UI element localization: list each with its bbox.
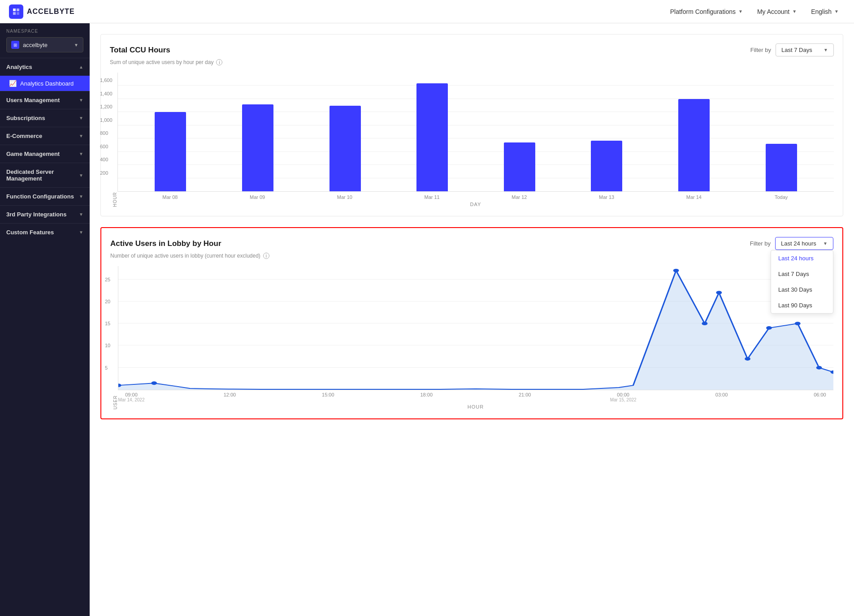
ccu-filter-group: Filter by Last 7 Days ▼ [750, 43, 834, 56]
dropdown-option[interactable]: Last 30 Days [771, 282, 833, 297]
svg-rect-1 [17, 9, 19, 11]
topnav-right: Platform Configurations ▼ My Account ▼ E… [664, 5, 845, 18]
x-tick-group: 00:00Mar 15, 2022 [610, 392, 637, 402]
y-axis-tick-label: 1,000 [100, 117, 113, 123]
lobby-y-axis-label: USER [110, 266, 118, 409]
sidebar-item-analytics-dashboard[interactable]: 📈 Analytics Dashboard [0, 76, 90, 91]
lobby-chart-section: Active Users in Lobby by Hour Filter by … [100, 227, 843, 419]
dropdown-option[interactable]: Last 90 Days [771, 297, 833, 313]
y-axis-tick-label: 1,200 [100, 104, 113, 109]
x-tick-label: 00:00 [617, 392, 629, 397]
x-axis-label: Mar 09 [242, 194, 273, 200]
bar [242, 104, 273, 191]
trend-icon: 📈 [9, 80, 17, 87]
data-point [766, 326, 772, 330]
chevron-down-icon: ▼ [79, 173, 83, 178]
chevron-down-icon: ▼ [74, 43, 78, 47]
sidebar-section-header-users[interactable]: Users Management ▼ [0, 91, 90, 109]
lobby-filter-dropdown: Last 24 hoursLast 7 DaysLast 30 DaysLast… [771, 250, 833, 314]
x-axis-label: Mar 12 [503, 194, 535, 200]
platform-config-button[interactable]: Platform Configurations ▼ [664, 5, 749, 18]
sidebar-section-header-analytics[interactable]: Analytics ▲ [0, 58, 90, 76]
ccu-chart-subtitle: Sum of unique active users by hour per d… [110, 59, 834, 65]
data-point [795, 322, 801, 325]
ccu-filter-label: Filter by [750, 47, 771, 53]
ccu-chart-section: Total CCU Hours Filter by Last 7 Days ▼ … [100, 34, 843, 216]
y-axis-tick-label: 400 [100, 157, 108, 162]
chevron-up-icon: ▲ [79, 65, 83, 69]
svg-rect-0 [13, 9, 16, 11]
x-tick-group: 12:00 [216, 392, 243, 402]
data-point [716, 291, 722, 294]
x-tick-sublabel: Mar 14, 2022 [118, 397, 145, 402]
y-axis-tick-label: 800 [100, 130, 108, 136]
main-layout: NAMESPACE ⊞ accelbyte ▼ Analytics ▲ 📈 An… [0, 23, 854, 616]
ccu-x-axis: Mar 08Mar 09Mar 10Mar 11Mar 12Mar 13Mar … [117, 192, 834, 200]
lobby-chart-subtitle: Number of unique active users in lobby (… [110, 253, 833, 259]
dropdown-option[interactable]: Last 7 Days [771, 266, 833, 282]
x-axis-label: Mar 11 [416, 194, 448, 200]
namespace-selector[interactable]: ⊞ accelbyte ▼ [6, 37, 83, 52]
ccu-chart-area: 2004006008001,0001,2001,4001,600 Mar 08M… [117, 73, 834, 207]
x-tick-sublabel: Mar 15, 2022 [610, 397, 637, 402]
x-tick-group: 18:00 [413, 392, 440, 402]
x-tick-label: 18:00 [420, 392, 433, 397]
svg-rect-2 [13, 12, 16, 15]
namespace-value: accelbyte [23, 42, 70, 48]
bar [155, 112, 186, 191]
info-icon[interactable]: i [263, 253, 269, 259]
y-tick-label: 20 [105, 299, 110, 304]
ccu-filter-select[interactable]: Last 7 Days ▼ [776, 43, 834, 56]
x-axis-label: Mar 13 [591, 194, 622, 200]
x-axis-label: Mar 08 [154, 194, 186, 200]
x-tick-label: 06:00 [814, 392, 826, 397]
sidebar: NAMESPACE ⊞ accelbyte ▼ Analytics ▲ 📈 An… [0, 23, 90, 616]
ccu-chart-header: Total CCU Hours Filter by Last 7 Days ▼ [110, 43, 834, 56]
y-tick-label: 25 [105, 277, 110, 282]
ccu-chart-title: Total CCU Hours [110, 46, 170, 55]
sidebar-section-header-function-config[interactable]: Function Configurations ▼ [0, 188, 90, 205]
data-point [151, 381, 157, 385]
y-tick-label: 15 [105, 321, 110, 326]
sidebar-section-ecommerce: E-Commerce ▼ [0, 127, 90, 145]
area-fill [118, 271, 833, 390]
sidebar-section-header-dedicated-server[interactable]: Dedicated Server Management ▼ [0, 163, 90, 187]
dropdown-option[interactable]: Last 24 hours [771, 250, 833, 266]
sidebar-section-users: Users Management ▼ [0, 91, 90, 109]
chevron-down-icon: ▼ [792, 9, 797, 14]
lobby-chart-title: Active Users in Lobby by Hour [110, 239, 221, 248]
bars-wrapper [118, 73, 834, 191]
lobby-filter-label: Filter by [750, 240, 771, 247]
chevron-down-icon: ▼ [834, 9, 839, 14]
sidebar-section-header-game[interactable]: Game Management ▼ [0, 145, 90, 163]
bar [329, 106, 361, 191]
x-axis-label: Today [766, 194, 797, 200]
language-button[interactable]: English ▼ [805, 5, 845, 18]
chevron-down-icon: ▼ [79, 98, 83, 103]
logo-icon [9, 4, 23, 19]
info-icon[interactable]: i [216, 59, 222, 65]
chevron-down-icon: ▼ [79, 230, 83, 235]
ccu-x-axis-title: DAY [117, 202, 834, 207]
data-point [816, 366, 822, 370]
x-tick-group: 09:00Mar 14, 2022 [118, 392, 145, 402]
x-axis-label: Mar 14 [678, 194, 710, 200]
x-tick-label: 09:00 [125, 392, 138, 397]
x-tick-group: 15:00 [315, 392, 342, 402]
x-tick-label: 03:00 [715, 392, 728, 397]
x-tick-label: 21:00 [519, 392, 531, 397]
bar [416, 83, 448, 191]
y-tick-label: 10 [105, 343, 110, 348]
account-button[interactable]: My Account ▼ [751, 5, 803, 18]
chevron-down-icon: ▼ [79, 194, 83, 199]
sidebar-section-subscriptions: Subscriptions ▼ [0, 109, 90, 127]
lobby-filter-select[interactable]: Last 24 hours ▼ [775, 237, 833, 250]
chevron-down-icon: ▼ [824, 47, 828, 52]
sidebar-section-header-ecommerce[interactable]: E-Commerce ▼ [0, 127, 90, 145]
sidebar-section-header-subscriptions[interactable]: Subscriptions ▼ [0, 109, 90, 127]
sidebar-section-header-3rd-party[interactable]: 3rd Party Integrations ▼ [0, 206, 90, 223]
sidebar-section-custom-features: Custom Features ▼ [0, 223, 90, 241]
sidebar-section-header-custom-features[interactable]: Custom Features ▼ [0, 224, 90, 241]
sidebar-section-analytics: Analytics ▲ 📈 Analytics Dashboard [0, 58, 90, 91]
lobby-chart-inner: 510152025 [118, 266, 833, 390]
